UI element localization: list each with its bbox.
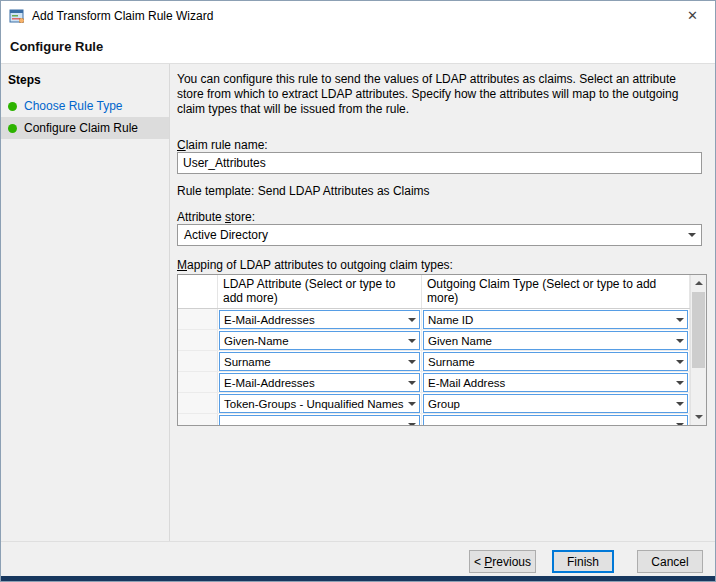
claim-rule-name-input[interactable] [177,152,702,174]
row-selector-cell[interactable] [178,309,218,329]
cancel-button[interactable]: Cancel [637,550,703,573]
table-vertical-scrollbar[interactable] [690,275,706,425]
outgoing-claim-select[interactable]: Given Name [423,331,688,350]
selector-column-header [178,275,218,308]
wizard-window: Add Transform Claim Rule Wizard ✕ Config… [0,0,716,582]
scroll-up-arrow-icon[interactable] [691,275,706,291]
attribute-store-select[interactable]: Active Directory [177,224,702,246]
steps-panel: Steps Choose Rule Type Configure Claim R… [1,64,170,541]
ldap-attribute-select[interactable]: E-Mail-Addresses [219,373,420,392]
chevron-down-icon [672,374,687,391]
outgoing-claim-select[interactable]: E-Mail Address [423,373,688,392]
attribute-store-label: Attribute store: [177,210,255,224]
table-row: Surname Surname [178,351,690,372]
chevron-down-icon [404,353,419,370]
finish-button[interactable]: Finish [552,550,614,573]
window-title: Add Transform Claim Rule Wizard [32,1,213,32]
main-content: You can configure this rule to send the … [171,64,716,541]
outgoing-claim-select[interactable]: Surname [423,352,688,371]
chevron-down-icon [672,332,687,349]
ldap-attribute-select[interactable]: Token-Groups - Unqualified Names [219,394,420,413]
chevron-down-icon [404,332,419,349]
outgoing-claim-select[interactable]: Name ID [423,310,688,329]
page-title: Configure Rule [10,39,103,54]
chevron-down-icon [672,416,687,426]
ldap-attribute-select[interactable]: E-Mail-Addresses [219,310,420,329]
step-complete-dot-icon [8,102,17,111]
chevron-down-icon [404,311,419,328]
mapping-table-header: LDAP Attribute (Select or type to add mo… [178,275,690,309]
chevron-down-icon [672,353,687,370]
table-row-partial [178,414,690,426]
wizard-icon [9,8,25,24]
table-row: E-Mail-Addresses E-Mail Address [178,372,690,393]
outgoing-claim-select[interactable]: Group [423,394,688,413]
title-bar: Add Transform Claim Rule Wizard ✕ [1,1,715,32]
rule-template-text: Rule template: Send LDAP Attributes as C… [177,184,430,198]
chevron-down-icon [404,374,419,391]
ldap-attribute-column-header: LDAP Attribute (Select or type to add mo… [218,275,422,308]
outgoing-claim-select[interactable] [423,415,688,426]
row-selector-cell[interactable] [178,372,218,392]
sidebar-item-choose-rule-type[interactable]: Choose Rule Type [1,95,169,117]
window-bottom-edge [1,576,715,581]
row-selector-cell[interactable] [178,330,218,350]
steps-title: Steps [1,64,169,95]
ldap-attribute-select[interactable] [219,415,420,426]
outgoing-claim-column-header: Outgoing Claim Type (Select or type to a… [422,275,690,308]
table-row: E-Mail-Addresses Name ID [178,309,690,330]
step-complete-dot-icon [8,124,17,133]
table-row: Given-Name Given Name [178,330,690,351]
claim-rule-name-label: Claim rule name: [177,138,268,152]
scroll-down-arrow-icon[interactable] [691,409,706,425]
footer-bar: < Previous Finish Cancel [1,541,715,578]
ldap-attribute-select[interactable]: Surname [219,352,420,371]
previous-button[interactable]: < Previous [469,550,536,573]
chevron-down-icon [404,416,419,426]
chevron-down-icon [683,225,701,245]
mapping-table: LDAP Attribute (Select or type to add mo… [177,274,707,426]
mapping-table-inner: LDAP Attribute (Select or type to add mo… [178,275,690,425]
chevron-down-icon [404,395,419,412]
sidebar-item-configure-claim-rule[interactable]: Configure Claim Rule [1,117,169,139]
chevron-down-icon [672,395,687,412]
close-button[interactable]: ✕ [670,1,715,31]
chevron-down-icon [672,311,687,328]
ldap-attribute-select[interactable]: Given-Name [219,331,420,350]
table-row: Token-Groups - Unqualified Names Group [178,393,690,414]
scrollbar-thumb[interactable] [692,292,705,368]
page-description: You can configure this rule to send the … [177,72,700,117]
row-selector-cell[interactable] [178,351,218,371]
heading-band: Configure Rule [1,32,715,64]
row-selector-cell[interactable] [178,393,218,413]
mapping-label: Mapping of LDAP attributes to outgoing c… [177,258,453,272]
row-selector-cell[interactable] [178,414,218,426]
